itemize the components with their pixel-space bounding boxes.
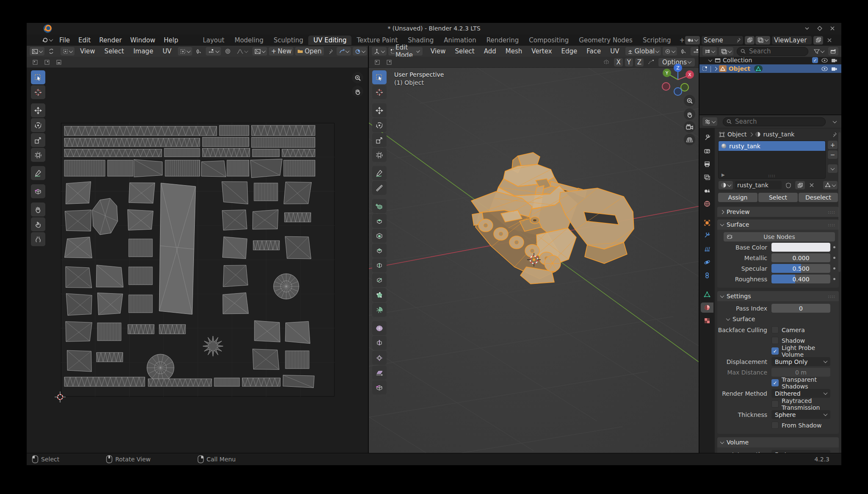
uv-sync-select-icon[interactable]: [46, 47, 56, 56]
displacement-dropdown[interactable]: Bump Only: [771, 357, 830, 366]
vp-menu-view[interactable]: View: [426, 47, 450, 55]
collection-checkbox[interactable]: ✓: [812, 57, 818, 63]
loop-cut-tool[interactable]: [372, 258, 387, 272]
scale-tool[interactable]: [372, 133, 387, 147]
remove-slot-button[interactable]: −: [828, 150, 838, 159]
poly-build-tool[interactable]: [372, 288, 387, 302]
uv-menu-uv[interactable]: UV: [158, 47, 176, 55]
pinch-tool[interactable]: [31, 232, 45, 246]
vp-camera-view-icon[interactable]: [684, 121, 695, 133]
roughness-field[interactable]: 0.400: [771, 275, 830, 283]
rotate-tool[interactable]: [31, 118, 45, 132]
properties-scrollbar[interactable]: [838, 132, 840, 272]
vp-zoom-icon[interactable]: [684, 95, 695, 106]
scale-tool[interactable]: [31, 133, 45, 147]
pass-index-field[interactable]: 0: [771, 304, 830, 313]
transparent-shadows-checkbox[interactable]: ✓: [771, 379, 779, 386]
properties-tab-output[interactable]: [701, 159, 713, 169]
transform-tool[interactable]: [31, 148, 45, 162]
properties-options-chevron[interactable]: [831, 117, 838, 126]
outliner-filter-icon[interactable]: [812, 47, 826, 56]
blender-menu-icon[interactable]: [39, 36, 55, 44]
properties-tab-constraints[interactable]: [701, 270, 713, 280]
properties-tab-texture[interactable]: [701, 316, 713, 326]
animate-dot[interactable]: [833, 278, 835, 280]
uv-pan-hand-icon[interactable]: [352, 86, 363, 97]
assign-button[interactable]: Assign: [718, 193, 757, 202]
editor-type-outliner-icon[interactable]: [702, 47, 717, 56]
mirror-y-toggle[interactable]: Y: [625, 58, 633, 67]
window-minimize-icon[interactable]: [804, 25, 810, 31]
properties-tab-particles[interactable]: [701, 244, 713, 254]
material-browse-icon[interactable]: [719, 181, 733, 189]
rip-region-tool[interactable]: [372, 380, 387, 394]
editor-type-3d-icon[interactable]: [372, 47, 387, 56]
eye-icon[interactable]: [821, 58, 828, 63]
uv-new-image-button[interactable]: + New: [269, 47, 293, 56]
uv-zoom-icon[interactable]: [352, 72, 363, 83]
viewport-right-splitter[interactable]: [699, 46, 699, 453]
workspace-tab-rendering[interactable]: Rendering: [481, 36, 524, 45]
spin-tool[interactable]: [372, 303, 387, 317]
rip-region-tool[interactable]: [31, 184, 45, 198]
editor-type-properties-icon[interactable]: [702, 117, 717, 126]
outliner-search[interactable]: [737, 47, 808, 56]
vp-toolsettings-icon-2[interactable]: [384, 58, 394, 67]
deselect-button[interactable]: Deselect: [799, 193, 838, 202]
fake-user-shield-icon[interactable]: [784, 181, 793, 189]
move-tool[interactable]: [31, 103, 45, 117]
vp-perspective-grid-icon[interactable]: [684, 134, 695, 145]
animate-dot[interactable]: [833, 267, 835, 269]
breadcrumb-material[interactable]: rusty_tank: [763, 131, 795, 138]
max-distance-field[interactable]: 0 m: [771, 368, 830, 377]
animate-dot[interactable]: [833, 246, 835, 248]
properties-tab-viewlayer[interactable]: [701, 172, 713, 183]
light-probe-volume-checkbox[interactable]: ✓: [771, 347, 779, 355]
vp-menu-face[interactable]: Face: [582, 47, 605, 55]
outliner-display-mode-icon[interactable]: [719, 47, 733, 56]
properties-tab-object[interactable]: [701, 218, 713, 228]
mirror-icon[interactable]: [601, 58, 612, 67]
workspace-tab-animation[interactable]: Animation: [439, 36, 481, 45]
uv-open-image-button[interactable]: Open: [295, 47, 323, 56]
viewport-canvas[interactable]: [369, 67, 699, 453]
annotate-tool[interactable]: [372, 166, 387, 180]
workspace-tab-scripting[interactable]: Scripting: [638, 36, 676, 45]
camera-icon[interactable]: [831, 67, 837, 71]
extrude-tool[interactable]: [372, 214, 387, 228]
properties-tab-tool[interactable]: [701, 133, 713, 143]
metallic-field[interactable]: 0.000: [771, 253, 830, 262]
camera-checkbox[interactable]: [771, 326, 779, 333]
mode-selector[interactable]: Edit Mode: [388, 47, 423, 56]
shadow-checkbox[interactable]: [771, 337, 779, 344]
from-shadow-checkbox[interactable]: [771, 422, 779, 429]
uv-snap-magnet-icon[interactable]: [194, 47, 204, 56]
move-tool[interactable]: [372, 103, 387, 117]
volume-panel-header[interactable]: Volume: [717, 437, 839, 447]
vp-menu-add[interactable]: Add: [480, 47, 500, 55]
uv-menu-select[interactable]: Select: [100, 47, 128, 55]
select-button[interactable]: Select: [758, 193, 798, 202]
slot-list-expand-icon[interactable]: ▶: [721, 172, 725, 177]
breadcrumb-object[interactable]: Object: [727, 131, 747, 138]
material-slot-selected[interactable]: rusty_tank: [719, 141, 825, 151]
uv-toolsettings-icon-2[interactable]: [42, 58, 52, 67]
uv-pin-icon[interactable]: [326, 47, 335, 56]
uv-proportional-icon[interactable]: [223, 47, 233, 56]
workspace-tab-layout[interactable]: Layout: [198, 36, 229, 45]
material-copy-icon[interactable]: [795, 181, 805, 189]
settings-panel-header[interactable]: Settings::::: [717, 291, 839, 301]
properties-tab-material[interactable]: [701, 303, 713, 313]
uv-pivot-icon[interactable]: [178, 47, 192, 56]
annotate-tool[interactable]: [31, 166, 45, 180]
uv-toolsettings-icon-3[interactable]: [54, 58, 64, 67]
add-cube-tool[interactable]: [372, 199, 387, 213]
menu-render[interactable]: Render: [95, 36, 126, 44]
uv-image-browse-icon[interactable]: [252, 47, 267, 56]
add-slot-button[interactable]: +: [828, 141, 838, 149]
vp-menu-uv[interactable]: UV: [606, 47, 623, 55]
scene-name-field[interactable]: Scene: [702, 36, 743, 44]
specular-field[interactable]: 0.500: [771, 264, 830, 273]
viewlayer-copy-icon[interactable]: [813, 36, 823, 44]
mirror-z-toggle[interactable]: Z: [635, 58, 644, 67]
